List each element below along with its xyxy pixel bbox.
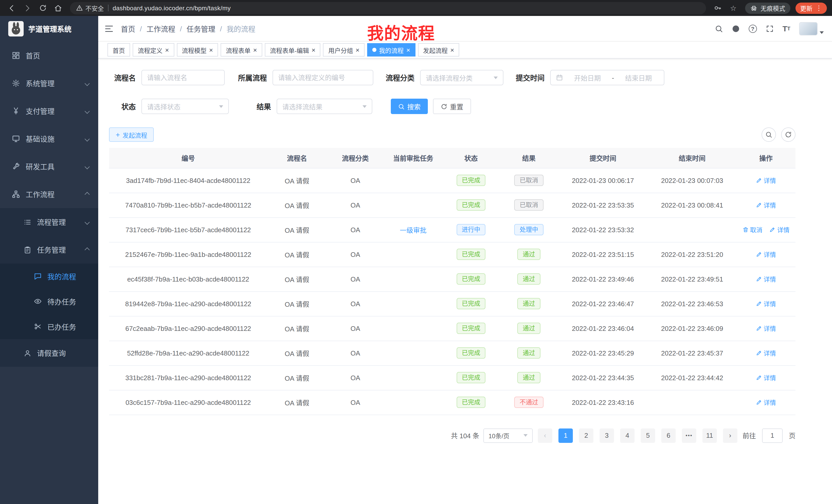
prev-page-button[interactable]: ‹	[538, 428, 552, 443]
detail-link[interactable]: 详情	[756, 201, 776, 209]
tab-process-definition[interactable]: 流程定义×	[133, 43, 174, 57]
tab-start-process[interactable]: 发起流程×	[418, 43, 459, 57]
detail-link[interactable]: 详情	[756, 299, 776, 308]
reset-button[interactable]: 重置	[433, 99, 471, 114]
breadcrumb-item-current: 我的流程	[227, 23, 255, 34]
process-name-input[interactable]	[141, 70, 225, 85]
detail-link[interactable]: 详情	[756, 324, 776, 333]
page-size-select[interactable]: 10条/页	[483, 428, 533, 443]
pagination-total: 共 104 条	[451, 430, 479, 440]
breadcrumb-item-workflow[interactable]: 工作流程	[147, 23, 175, 34]
detail-link[interactable]: 详情	[770, 225, 789, 234]
page-button-2[interactable]: 2	[579, 428, 593, 443]
tab-process-model[interactable]: 流程模型×	[177, 43, 218, 57]
cell-end-time: 2022-01-22 23:51:20	[648, 242, 736, 267]
detail-link[interactable]: 详情	[756, 250, 776, 259]
approval-task-link[interactable]: 一级审批	[400, 226, 426, 234]
edit-icon	[756, 251, 762, 257]
github-link[interactable]	[731, 24, 740, 33]
detail-link[interactable]: 详情	[756, 398, 776, 407]
detail-link[interactable]: 详情	[756, 373, 776, 382]
sidebar-item-leave-query[interactable]: 请假查询	[0, 339, 98, 367]
refresh-table-button[interactable]	[781, 128, 796, 142]
tab-my-process[interactable]: 我的流程×	[367, 43, 415, 57]
browser-update-button[interactable]: 更新 ⋮	[796, 2, 827, 13]
cell-submit-time: 2022-01-22 23:44:35	[558, 365, 648, 390]
browser-back-button[interactable]	[5, 1, 19, 15]
search-button[interactable]: 搜索	[391, 99, 428, 114]
category-select[interactable]: 请选择流程分类	[420, 70, 503, 85]
sidebar-item-task-management[interactable]: 任务管理	[0, 236, 98, 263]
sidebar-item-workflow[interactable]: 工作流程	[0, 180, 98, 208]
page-button-5[interactable]: 5	[641, 428, 655, 443]
password-key-icon[interactable]	[711, 1, 725, 15]
browser-menu-dots-icon[interactable]: ⋮	[815, 4, 822, 12]
font-size-button[interactable]: TT	[782, 24, 790, 33]
cell-task	[384, 390, 442, 415]
tab-user-group[interactable]: 用户分组×	[323, 43, 365, 57]
toggle-search-button[interactable]	[761, 128, 776, 142]
detail-link[interactable]: 详情	[756, 348, 776, 357]
browser-reload-button[interactable]	[36, 1, 49, 15]
cell-result: 通过	[500, 341, 558, 365]
sidebar-item-done-tasks[interactable]: 已办任务	[0, 314, 98, 339]
page-button-1[interactable]: 1	[558, 428, 573, 443]
tab-close-icon[interactable]: ×	[356, 47, 359, 53]
sidebar-item-dev-tools[interactable]: 研发工具	[0, 152, 98, 180]
cancel-link[interactable]: 取消	[742, 225, 762, 234]
tab-process-form-edit[interactable]: 流程表单-编辑×	[265, 43, 321, 57]
cell-submit-time: 2022-01-22 23:43:16	[558, 390, 648, 415]
page-button-6[interactable]: 6	[661, 428, 676, 443]
cell-task	[384, 168, 442, 193]
tab-close-icon[interactable]: ×	[406, 47, 410, 53]
filter-name: 流程名	[109, 70, 225, 85]
edit-icon	[756, 276, 762, 282]
next-page-button[interactable]: ›	[723, 428, 737, 443]
filter-submit-time: 提交时间 开始日期 - 结束日期	[516, 70, 665, 85]
scissors-icon	[32, 323, 43, 330]
browser-address-bar[interactable]: 不安全 dashboard.yudao.iocoder.cn/bpm/task/…	[70, 2, 706, 14]
page-button-11[interactable]: 11	[702, 428, 717, 443]
sidebar-item-process-management[interactable]: 流程管理	[0, 208, 98, 236]
cell-result: 处理中	[500, 217, 558, 242]
sidebar-item-todo-tasks[interactable]: 待办任务	[0, 289, 98, 314]
tab-close-icon[interactable]: ×	[312, 47, 315, 53]
sidebar-item-payment-management[interactable]: 支付管理	[0, 97, 98, 125]
detail-link[interactable]: 详情	[756, 275, 776, 283]
bookmark-star-icon[interactable]: ☆	[727, 1, 740, 15]
tab-close-icon[interactable]: ×	[209, 47, 213, 53]
cell-submit-time: 2022-01-23 00:06:17	[558, 168, 648, 193]
sidebar-item-my-process[interactable]: 我的流程	[0, 263, 98, 289]
detail-link[interactable]: 详情	[756, 176, 776, 185]
tab-close-icon[interactable]: ×	[450, 47, 454, 53]
browser-home-button[interactable]	[51, 1, 65, 15]
breadcrumb-item-home[interactable]: 首页	[121, 23, 135, 34]
site-security-indicator[interactable]: 不安全	[76, 4, 104, 12]
more-pages-button[interactable]: •••	[682, 428, 696, 443]
page-button-4[interactable]: 4	[620, 428, 634, 443]
browser-forward-button[interactable]	[21, 1, 34, 15]
breadcrumb-item-task-management[interactable]: 任务管理	[187, 23, 215, 34]
process-definition-input[interactable]	[272, 70, 373, 85]
cell-task: 一级审批	[384, 217, 442, 242]
cell-id: 331bc281-7b9a-11ec-a290-acde48001122	[109, 365, 267, 390]
page-jump-input[interactable]	[762, 428, 783, 443]
status-select[interactable]: 请选择状态	[141, 99, 229, 114]
result-select[interactable]: 请选择流结果	[277, 99, 372, 114]
sidebar-toggle-button[interactable]	[104, 24, 114, 33]
page-button-3[interactable]: 3	[600, 428, 614, 443]
sidebar-item-home[interactable]: 首页	[0, 41, 98, 69]
submit-time-range-picker[interactable]: 开始日期 - 结束日期	[550, 70, 665, 85]
tab-process-form[interactable]: 流程表单×	[220, 43, 262, 57]
tab-close-icon[interactable]: ×	[253, 47, 257, 53]
tab-close-icon[interactable]: ×	[165, 47, 169, 53]
cell-id: 52ffd28e-7b9a-11ec-a290-acde48001122	[109, 341, 267, 365]
header-search-button[interactable]	[714, 24, 723, 33]
sidebar-item-system-management[interactable]: 系统管理	[0, 69, 98, 97]
tab-home[interactable]: 首页	[107, 43, 130, 57]
fullscreen-button[interactable]	[765, 24, 774, 33]
user-avatar-menu[interactable]	[799, 22, 824, 35]
create-process-button[interactable]: + 发起流程	[109, 128, 154, 142]
sidebar-item-infrastructure[interactable]: 基础设施	[0, 125, 98, 152]
help-button[interactable]: ?	[749, 24, 757, 33]
